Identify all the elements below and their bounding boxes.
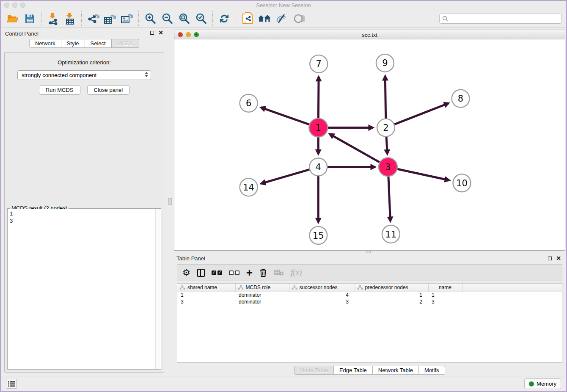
open-session-icon[interactable]: [5, 11, 20, 26]
float-table-panel-icon[interactable]: [548, 257, 552, 260]
hide-columns-icon[interactable]: [229, 267, 239, 278]
table-row[interactable]: 1dominator411: [177, 292, 562, 298]
graph-node-8[interactable]: 8: [452, 90, 470, 108]
tab-network-table[interactable]: Network Table: [373, 366, 419, 375]
graph-edge-2-3[interactable]: [386, 135, 387, 154]
import-table-icon[interactable]: [62, 11, 77, 26]
export-table-icon[interactable]: [102, 11, 118, 26]
graph-edge-3-1[interactable]: [330, 134, 381, 163]
export-image-icon[interactable]: [119, 11, 135, 26]
graph-node-11[interactable]: 11: [382, 225, 400, 243]
graph-node-6[interactable]: 6: [240, 94, 258, 112]
table-panel: Table Panel ✕ ⚙ ✓✓ + f(x) shared nameMCD…: [174, 254, 565, 377]
graph-node-14[interactable]: 14: [240, 178, 258, 196]
tab-network[interactable]: Network: [29, 39, 61, 48]
graph-node-3[interactable]: 3: [379, 157, 397, 176]
gear-icon[interactable]: ⚙: [182, 267, 190, 278]
delete-column-icon[interactable]: [259, 267, 267, 278]
graph-node-7[interactable]: 7: [310, 55, 328, 73]
home-icon[interactable]: [257, 11, 272, 26]
split-columns-icon[interactable]: [197, 267, 205, 278]
column-header-predecessor-nodes[interactable]: predecessor nodes: [355, 284, 428, 292]
mcds-result-list[interactable]: 13: [8, 209, 155, 369]
float-panel-icon[interactable]: [150, 31, 154, 35]
tab-select[interactable]: Select: [85, 39, 112, 48]
svg-text:14: 14: [243, 182, 254, 193]
svg-text:1: 1: [316, 123, 321, 133]
delete-table-icon[interactable]: [274, 267, 284, 278]
search-input[interactable]: [450, 16, 559, 22]
graph-edge-3-10[interactable]: [395, 168, 449, 180]
svg-text:15: 15: [313, 231, 324, 241]
close-panel-button[interactable]: Close panel: [87, 85, 130, 95]
task-history-button[interactable]: [6, 379, 17, 389]
control-panel-tabs: NetworkStyleSelectMCDS: [1, 39, 168, 48]
import-network-icon[interactable]: [45, 11, 61, 26]
tab-mcds[interactable]: MCDS: [112, 39, 139, 48]
run-mcds-button[interactable]: Run MCDS: [39, 85, 80, 95]
optimization-dropdown-value: strongly connected component: [22, 72, 96, 78]
toolbar-separator: [212, 11, 213, 26]
svg-text:9: 9: [382, 58, 388, 68]
svg-text:2: 2: [383, 123, 388, 133]
svg-text:11: 11: [385, 229, 397, 240]
add-column-icon[interactable]: +: [246, 267, 253, 278]
horizontal-splitter-handle[interactable]: [366, 250, 371, 253]
column-header-shared-name[interactable]: shared name: [177, 284, 235, 292]
mcds-result-item: 1: [10, 210, 154, 217]
tab-motifs[interactable]: Motifs: [419, 366, 445, 375]
control-panel: Control Panel ✕ NetworkStyleSelectMCDS O…: [1, 28, 168, 376]
optimization-dropdown[interactable]: strongly connected component: [17, 70, 151, 80]
control-panel-title: Control Panel: [5, 30, 39, 37]
svg-text:8: 8: [458, 94, 463, 104]
column-header-successor-nodes[interactable]: successor nodes: [289, 284, 355, 292]
graph-node-9[interactable]: 9: [376, 54, 394, 72]
result-scrollbar[interactable]: [155, 209, 160, 369]
table-row[interactable]: 3dominator323: [177, 298, 562, 305]
status-bar: Memory: [1, 376, 566, 391]
tab-style[interactable]: Style: [61, 39, 85, 48]
memory-button[interactable]: Memory: [524, 378, 561, 389]
close-panel-icon[interactable]: ✕: [158, 30, 163, 35]
graph-edge-1-6[interactable]: [261, 108, 311, 125]
graph-node-1[interactable]: 1: [309, 119, 328, 137]
graph-edge-2-8[interactable]: [393, 103, 449, 125]
toolbar-separator: [236, 11, 236, 26]
tab-edge-table[interactable]: Edge Table: [334, 366, 373, 375]
graph-node-15[interactable]: 15: [309, 226, 327, 244]
network-graph: 7968124314101511: [174, 39, 565, 250]
network-window-titlebar[interactable]: ✕ − + scc.txt: [174, 30, 565, 39]
zoom-out-icon[interactable]: [160, 11, 175, 26]
svg-text:6: 6: [246, 98, 251, 108]
mcds-panel: Optimization criterion: strongly connect…: [4, 52, 164, 373]
network-canvas[interactable]: 7968124314101511: [174, 39, 565, 250]
graph-node-10[interactable]: 10: [453, 174, 471, 192]
eye-icon[interactable]: [291, 11, 306, 26]
main-toolbar: [1, 9, 566, 28]
zoom-fit-icon[interactable]: [176, 11, 192, 26]
network-view-window: ✕ − + scc.txt 7968124314101511: [174, 30, 565, 251]
zoom-in-icon[interactable]: [143, 11, 158, 26]
function-builder-icon[interactable]: f(x): [291, 267, 302, 278]
export-network-icon[interactable]: [85, 11, 101, 26]
graph-edge-1-7[interactable]: [318, 77, 319, 120]
refresh-icon[interactable]: [217, 11, 232, 26]
table-toolbar: ⚙ ✓✓ + f(x): [177, 264, 562, 281]
dropdown-stepper-icon: [145, 72, 148, 77]
close-table-panel-icon[interactable]: ✕: [556, 256, 561, 260]
vertical-splitter-handle[interactable]: [168, 198, 172, 205]
tab-node-table[interactable]: Node Table: [294, 366, 334, 375]
graph-edge-3-11[interactable]: [388, 174, 391, 221]
graph-node-4[interactable]: 4: [309, 158, 327, 176]
graph-node-2[interactable]: 2: [377, 119, 395, 137]
column-header-MCDS-role[interactable]: MCDS role: [235, 284, 289, 292]
graph-edge-4-14[interactable]: [261, 169, 311, 183]
clone-network-icon[interactable]: [240, 11, 255, 26]
zoom-selected-icon[interactable]: [193, 11, 209, 26]
show-columns-icon[interactable]: ✓✓: [212, 267, 222, 278]
column-header-name[interactable]: name: [428, 284, 462, 292]
graphics-details-icon[interactable]: [274, 11, 289, 26]
graph-edge-2-9[interactable]: [385, 76, 385, 120]
svg-text:10: 10: [456, 178, 468, 188]
save-session-icon[interactable]: [22, 11, 37, 26]
